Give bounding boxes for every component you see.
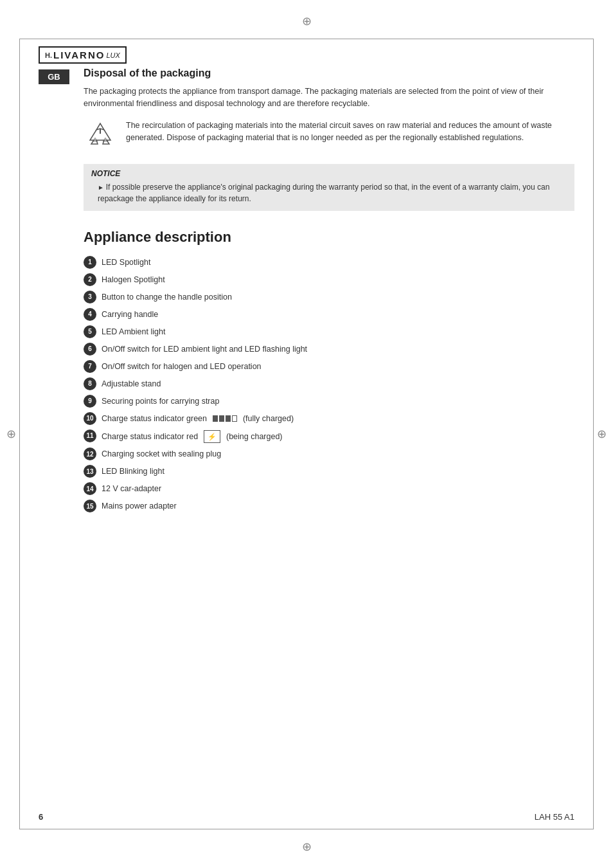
item-text-15: Mains power adapter: [102, 500, 177, 512]
item-text-7: On/Off switch for halogen and LED operat…: [102, 360, 262, 373]
item-badge-11: 11: [84, 429, 96, 442]
list-item: 5 LED Ambient light: [84, 325, 574, 338]
list-item: 13 LED Blinking light: [84, 465, 574, 478]
item-text-14: 12 V car-adapter: [102, 482, 161, 495]
item-text-10: Charge status indicator green (fully cha…: [102, 412, 294, 425]
list-item: 15 Mains power adapter: [84, 500, 574, 512]
recycle-icon: [84, 120, 117, 155]
reg-mark-top: ⊕: [302, 14, 312, 28]
item-badge-12: 12: [84, 448, 96, 460]
list-item: 8 Adjustable stand: [84, 377, 574, 390]
notice-text: If possible preserve the appliance's ori…: [91, 181, 567, 204]
list-item: 3 Button to change the handle position: [84, 291, 574, 303]
list-item: 12 Charging socket with sealing plug: [84, 448, 574, 460]
page-border-right: [593, 39, 594, 829]
reg-mark-right: ⊕: [597, 427, 607, 441]
item-text-3: Button to change the handle position: [102, 291, 232, 303]
appliance-items-list: 1 LED Spotlight 2 Halogen Spotlight 3 Bu…: [84, 256, 574, 513]
notice-box: NOTICE If possible preserve the applianc…: [84, 164, 574, 211]
item-text-13: LED Blinking light: [102, 465, 164, 478]
appliance-title: Appliance description: [84, 229, 574, 246]
page-border-left: [19, 39, 20, 829]
page-border-bottom: [19, 829, 594, 829]
item-badge-8: 8: [84, 377, 96, 390]
disposal-paragraph1: The packaging protects the appliance fro…: [84, 86, 574, 111]
item-badge-14: 14: [84, 482, 96, 495]
page-border-top: [19, 39, 594, 39]
list-item: 1 LED Spotlight: [84, 256, 574, 269]
language-badge: GB: [39, 69, 69, 84]
item-badge-5: 5: [84, 325, 96, 338]
logo-icon: H.: [45, 51, 52, 59]
item-badge-4: 4: [84, 308, 96, 321]
charge-green-icon: [213, 415, 237, 422]
page-number: 6: [39, 812, 43, 822]
list-item: 11 Charge status indicator red ⚡ (being …: [84, 429, 574, 444]
disposal-title: Disposal of the packaging: [84, 68, 574, 79]
reg-mark-bottom: ⊕: [302, 840, 312, 854]
item-badge-2: 2: [84, 273, 96, 286]
reg-mark-left: ⊕: [6, 427, 16, 441]
item-text-4: Carrying handle: [102, 308, 158, 321]
charge-red-icon: ⚡: [204, 430, 220, 444]
item-text-9: Securing points for carrying strap: [102, 395, 219, 408]
item-text-12: Charging socket with sealing plug: [102, 448, 221, 460]
list-item: 7 On/Off switch for halogen and LED oper…: [84, 360, 574, 373]
notice-title: NOTICE: [91, 169, 567, 178]
disposal-paragraph2: The recirculation of packaging materials…: [126, 120, 574, 145]
list-item: 4 Carrying handle: [84, 308, 574, 321]
brand-logo: H. LIVARNO LUX: [39, 46, 127, 64]
main-content: Disposal of the packaging The packaging …: [84, 68, 574, 517]
brand-suffix: LUX: [106, 51, 120, 59]
item-text-6: On/Off switch for LED ambient light and …: [102, 343, 307, 356]
item-text-1: LED Spotlight: [102, 256, 150, 269]
recycle-row: The recirculation of packaging materials…: [84, 120, 574, 155]
brand-name: LIVARNO: [53, 50, 105, 60]
list-item: 9 Securing points for carrying strap: [84, 395, 574, 408]
list-item: 10 Charge status indicator green (fully …: [84, 412, 574, 425]
item-badge-15: 15: [84, 500, 96, 512]
item-badge-1: 1: [84, 256, 96, 269]
list-item: 6 On/Off switch for LED ambient light an…: [84, 343, 574, 356]
item-text-11: Charge status indicator red ⚡ (being cha…: [102, 429, 283, 444]
item-badge-6: 6: [84, 343, 96, 356]
item-badge-7: 7: [84, 360, 96, 373]
item-badge-13: 13: [84, 465, 96, 478]
item-badge-9: 9: [84, 395, 96, 408]
item-badge-10: 10: [84, 412, 96, 425]
list-item: 14 12 V car-adapter: [84, 482, 574, 495]
item-text-2: Halogen Spotlight: [102, 273, 165, 286]
item-text-5: LED Ambient light: [102, 325, 165, 338]
model-number: LAH 55 A1: [535, 812, 574, 822]
item-text-8: Adjustable stand: [102, 377, 161, 390]
list-item: 2 Halogen Spotlight: [84, 273, 574, 286]
item-badge-3: 3: [84, 291, 96, 303]
